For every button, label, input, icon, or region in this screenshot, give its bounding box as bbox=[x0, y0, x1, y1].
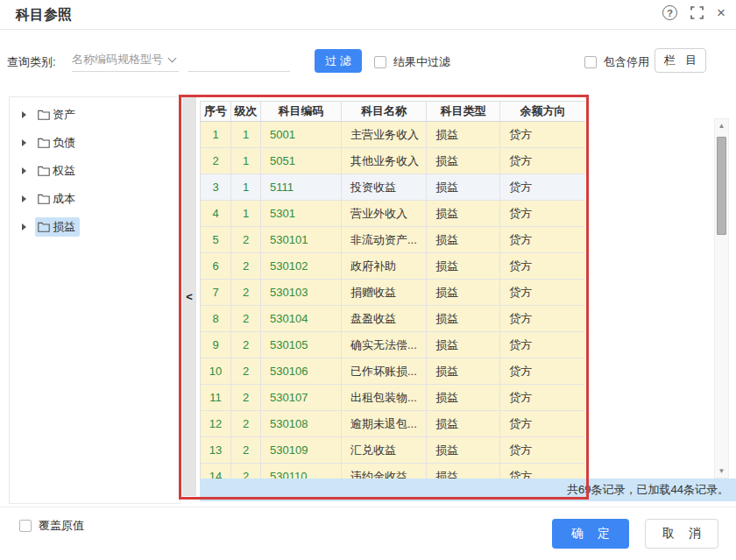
window-controls: ? × bbox=[662, 5, 725, 20]
tree-item[interactable]: 成本 bbox=[10, 185, 180, 213]
page-title: 科目参照 bbox=[16, 6, 72, 25]
tree-item-label: 损益 bbox=[53, 219, 75, 235]
col-header-type[interactable]: 科目类型 bbox=[427, 102, 500, 122]
vertical-scrollbar[interactable]: ▲ ▼ bbox=[714, 118, 729, 478]
filter-in-results-label: 结果中过滤 bbox=[393, 54, 450, 70]
col-header-no[interactable]: 序号 bbox=[201, 102, 231, 122]
table-row[interactable]: 8 2 530104 盘盈收益 损益 贷方 bbox=[201, 306, 585, 332]
table-row[interactable]: 13 2 530109 汇兑收益 损益 贷方 bbox=[201, 437, 585, 464]
table-row[interactable]: 2 1 5051 其他业务收入 损益 贷方 bbox=[201, 148, 585, 174]
expand-arrow-icon[interactable] bbox=[22, 223, 26, 230]
record-count-text: 共69条记录，已加载44条记录。 bbox=[567, 482, 729, 498]
tree-item-label: 负债 bbox=[53, 135, 75, 151]
tree-item[interactable]: 损益 bbox=[10, 213, 180, 241]
tree-item-label: 成本 bbox=[53, 191, 75, 207]
query-category-value: 名称编码规格型号 bbox=[72, 52, 163, 67]
table-row[interactable]: 11 2 530107 出租包装物... 损益 贷方 bbox=[201, 385, 585, 411]
scroll-up-icon[interactable]: ▲ bbox=[715, 122, 728, 130]
table-header-row: 序号 级次 科目编码 科目名称 科目类型 余额方向 bbox=[201, 102, 585, 122]
filter-in-results-option[interactable]: 结果中过滤 bbox=[374, 54, 450, 70]
filter-in-results-checkbox[interactable] bbox=[374, 56, 386, 68]
folder-icon bbox=[38, 166, 50, 176]
table-row[interactable]: 14 2 530110 违约金收益 损益 贷方 bbox=[201, 464, 585, 478]
override-original-option[interactable]: 覆盖原值 bbox=[19, 518, 84, 534]
subject-table: 序号 级次 科目编码 科目名称 科目类型 余额方向 1 1 5001 主营业务收… bbox=[200, 101, 585, 478]
col-header-name[interactable]: 科目名称 bbox=[342, 102, 427, 122]
tree-item[interactable]: 资产 bbox=[10, 101, 180, 129]
table-row[interactable]: 7 2 530103 捐赠收益 损益 贷方 bbox=[201, 280, 585, 306]
tree-item[interactable]: 负债 bbox=[10, 129, 180, 157]
cancel-button[interactable]: 取 消 bbox=[645, 519, 718, 549]
close-icon[interactable]: × bbox=[717, 5, 725, 20]
expand-arrow-icon[interactable] bbox=[22, 111, 26, 118]
include-disabled-option[interactable]: 包含停用 bbox=[584, 54, 649, 70]
title-divider bbox=[0, 29, 736, 30]
scroll-down-icon[interactable]: ▼ bbox=[715, 467, 728, 475]
chevron-down-icon bbox=[168, 53, 177, 62]
table-row[interactable]: 6 2 530102 政府补助 损益 贷方 bbox=[201, 253, 585, 280]
tree-item-label: 资产 bbox=[53, 107, 75, 123]
table-row[interactable]: 1 1 5001 主营业务收入 损益 贷方 bbox=[201, 122, 585, 148]
expand-arrow-icon[interactable] bbox=[22, 195, 26, 202]
expand-arrow-icon[interactable] bbox=[22, 167, 26, 174]
col-header-code[interactable]: 科目编码 bbox=[261, 102, 342, 122]
folder-icon bbox=[38, 138, 50, 148]
folder-icon bbox=[38, 222, 50, 232]
folder-icon bbox=[38, 194, 50, 204]
filter-button[interactable]: 过 滤 bbox=[315, 49, 362, 73]
status-bar: 共69条记录，已加载44条记录。 bbox=[200, 478, 736, 501]
override-original-checkbox[interactable] bbox=[19, 520, 32, 532]
tree-item-label: 权益 bbox=[53, 163, 75, 179]
include-disabled-label: 包含停用 bbox=[604, 54, 649, 70]
maximize-icon[interactable] bbox=[690, 6, 704, 19]
help-icon[interactable]: ? bbox=[662, 5, 677, 20]
chevron-left-icon: < bbox=[186, 290, 193, 303]
confirm-button[interactable]: 确 定 bbox=[552, 519, 629, 549]
folder-icon bbox=[38, 110, 50, 120]
footer-divider bbox=[0, 507, 736, 507]
collapse-panel-handle[interactable]: < bbox=[182, 97, 196, 496]
keyword-input[interactable] bbox=[188, 49, 290, 72]
table-row[interactable]: 10 2 530106 已作坏账损... 损益 贷方 bbox=[201, 358, 585, 385]
tree-item[interactable]: 权益 bbox=[10, 157, 180, 185]
table-body: 1 1 5001 主营业务收入 损益 贷方 2 1 5051 其他业务收入 损益… bbox=[201, 122, 585, 478]
table-row[interactable]: 3 1 5111 投资收益 损益 贷方 bbox=[201, 174, 585, 201]
col-header-level[interactable]: 级次 bbox=[231, 102, 261, 122]
table-row[interactable]: 5 2 530101 非流动资产... 损益 贷方 bbox=[201, 227, 585, 253]
columns-button[interactable]: 栏 目 bbox=[655, 48, 706, 73]
subject-tree: 资产 负债 权益 成本 bbox=[9, 96, 180, 504]
table-row[interactable]: 12 2 530108 逾期未退包... 损益 贷方 bbox=[201, 411, 585, 437]
query-category-label: 查询类别: bbox=[7, 54, 56, 70]
scrollbar-thumb[interactable] bbox=[717, 137, 726, 235]
table-row[interactable]: 4 1 5301 营业外收入 损益 贷方 bbox=[201, 201, 585, 227]
query-category-select[interactable]: 名称编码规格型号 bbox=[72, 48, 179, 72]
col-header-dir[interactable]: 余额方向 bbox=[500, 102, 585, 122]
include-disabled-checkbox[interactable] bbox=[584, 56, 597, 68]
table-row[interactable]: 9 2 530105 确实无法偿... 损益 贷方 bbox=[201, 332, 585, 358]
override-original-label: 覆盖原值 bbox=[39, 518, 84, 534]
expand-arrow-icon[interactable] bbox=[22, 139, 26, 146]
